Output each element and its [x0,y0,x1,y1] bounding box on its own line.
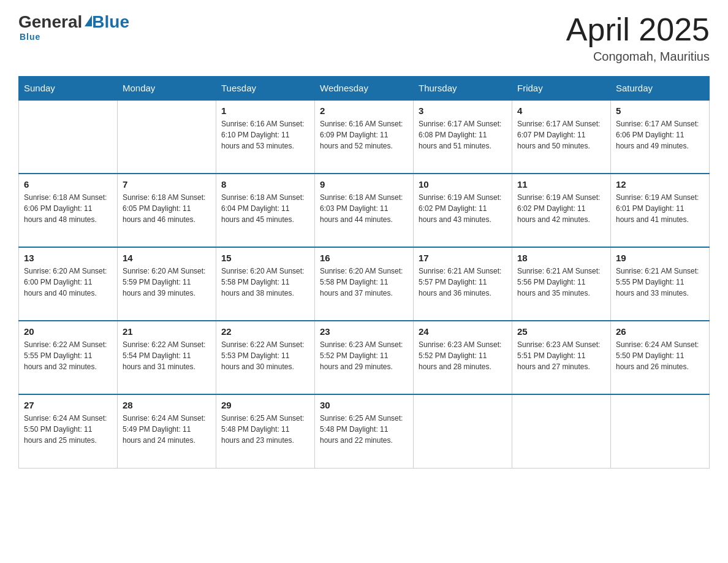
calendar-cell: 24Sunrise: 6:23 AM Sunset: 5:52 PM Dayli… [414,321,512,394]
day-number: 27 [24,400,112,410]
day-info: Sunrise: 6:17 AM Sunset: 6:07 PM Dayligh… [517,118,605,151]
day-number: 23 [320,326,408,337]
calendar-cell: 17Sunrise: 6:21 AM Sunset: 5:57 PM Dayli… [414,247,512,321]
day-info: Sunrise: 6:23 AM Sunset: 5:51 PM Dayligh… [517,339,605,372]
day-info: Sunrise: 6:16 AM Sunset: 6:09 PM Dayligh… [320,118,408,151]
day-number: 26 [616,326,704,337]
day-info: Sunrise: 6:25 AM Sunset: 5:48 PM Dayligh… [221,413,309,446]
day-info: Sunrise: 6:20 AM Sunset: 5:58 PM Dayligh… [320,266,408,299]
day-number: 9 [320,179,408,190]
day-info: Sunrise: 6:22 AM Sunset: 5:55 PM Dayligh… [24,339,112,372]
day-number: 18 [517,253,605,263]
day-number: 8 [221,179,309,190]
day-info: Sunrise: 6:18 AM Sunset: 6:04 PM Dayligh… [221,192,309,225]
day-info: Sunrise: 6:20 AM Sunset: 5:58 PM Dayligh… [221,266,309,299]
calendar-body: 1Sunrise: 6:16 AM Sunset: 6:10 PM Daylig… [19,100,710,468]
day-info: Sunrise: 6:23 AM Sunset: 5:52 PM Dayligh… [419,339,507,372]
logo-triangle-icon [85,15,92,26]
logo-text: General Blue [18,12,129,32]
day-info: Sunrise: 6:16 AM Sunset: 6:10 PM Dayligh… [221,118,309,151]
day-number: 12 [616,179,704,190]
calendar-header: Sunday Monday Tuesday Wednesday Thursday… [19,77,710,101]
calendar-title: April 2025 [566,12,710,47]
calendar-week-4: 20Sunrise: 6:22 AM Sunset: 5:55 PM Dayli… [19,321,710,394]
calendar-cell: 23Sunrise: 6:23 AM Sunset: 5:52 PM Dayli… [315,321,414,394]
day-info: Sunrise: 6:24 AM Sunset: 5:50 PM Dayligh… [616,339,704,372]
calendar-cell [19,100,118,174]
calendar-cell [414,394,512,468]
day-number: 24 [419,326,507,337]
calendar-week-3: 13Sunrise: 6:20 AM Sunset: 6:00 PM Dayli… [19,247,710,321]
calendar-cell: 1Sunrise: 6:16 AM Sunset: 6:10 PM Daylig… [216,100,315,174]
calendar-cell: 10Sunrise: 6:19 AM Sunset: 6:02 PM Dayli… [414,174,512,247]
calendar-cell: 3Sunrise: 6:17 AM Sunset: 6:08 PM Daylig… [414,100,512,174]
calendar-cell: 5Sunrise: 6:17 AM Sunset: 6:06 PM Daylig… [611,100,710,174]
logo: General Blue Blue [18,12,129,42]
calendar-cell: 21Sunrise: 6:22 AM Sunset: 5:54 PM Dayli… [118,321,216,394]
day-info: Sunrise: 6:18 AM Sunset: 6:06 PM Dayligh… [24,192,112,225]
day-number: 19 [616,253,704,263]
day-number: 4 [517,105,605,116]
day-number: 22 [221,326,309,337]
day-number: 25 [517,326,605,337]
day-info: Sunrise: 6:19 AM Sunset: 6:02 PM Dayligh… [517,192,605,225]
day-number: 15 [221,253,309,263]
calendar-cell: 6Sunrise: 6:18 AM Sunset: 6:06 PM Daylig… [19,174,118,247]
logo-blue: Blue [92,12,129,32]
calendar-cell [118,100,216,174]
day-number: 7 [123,179,211,190]
day-number: 17 [419,253,507,263]
calendar-cell: 25Sunrise: 6:23 AM Sunset: 5:51 PM Dayli… [512,321,611,394]
day-info: Sunrise: 6:23 AM Sunset: 5:52 PM Dayligh… [320,339,408,372]
day-number: 5 [616,105,704,116]
header-wednesday: Wednesday [315,77,414,101]
day-number: 29 [221,400,309,410]
calendar-cell: 16Sunrise: 6:20 AM Sunset: 5:58 PM Dayli… [315,247,414,321]
day-info: Sunrise: 6:19 AM Sunset: 6:01 PM Dayligh… [616,192,704,225]
day-info: Sunrise: 6:25 AM Sunset: 5:48 PM Dayligh… [320,413,408,446]
header-sunday: Sunday [19,77,118,101]
header-thursday: Thursday [414,77,512,101]
calendar-cell: 20Sunrise: 6:22 AM Sunset: 5:55 PM Dayli… [19,321,118,394]
header-monday: Monday [118,77,216,101]
weekday-header-row: Sunday Monday Tuesday Wednesday Thursday… [19,77,710,101]
calendar-cell: 7Sunrise: 6:18 AM Sunset: 6:05 PM Daylig… [118,174,216,247]
logo-general: General [18,12,82,32]
location-label: Congomah, Mauritius [566,50,710,64]
day-info: Sunrise: 6:18 AM Sunset: 6:05 PM Dayligh… [123,192,211,225]
day-number: 16 [320,253,408,263]
day-number: 10 [419,179,507,190]
day-number: 30 [320,400,408,410]
calendar-cell: 18Sunrise: 6:21 AM Sunset: 5:56 PM Dayli… [512,247,611,321]
day-info: Sunrise: 6:22 AM Sunset: 5:53 PM Dayligh… [221,339,309,372]
calendar-cell: 9Sunrise: 6:18 AM Sunset: 6:03 PM Daylig… [315,174,414,247]
calendar-cell: 2Sunrise: 6:16 AM Sunset: 6:09 PM Daylig… [315,100,414,174]
calendar-cell: 11Sunrise: 6:19 AM Sunset: 6:02 PM Dayli… [512,174,611,247]
calendar-cell: 4Sunrise: 6:17 AM Sunset: 6:07 PM Daylig… [512,100,611,174]
calendar-cell: 26Sunrise: 6:24 AM Sunset: 5:50 PM Dayli… [611,321,710,394]
title-block: April 2025 Congomah, Mauritius [566,12,710,64]
calendar-cell: 12Sunrise: 6:19 AM Sunset: 6:01 PM Dayli… [611,174,710,247]
day-info: Sunrise: 6:19 AM Sunset: 6:02 PM Dayligh… [419,192,507,225]
calendar-cell [611,394,710,468]
day-number: 21 [123,326,211,337]
calendar-cell: 14Sunrise: 6:20 AM Sunset: 5:59 PM Dayli… [118,247,216,321]
calendar-cell: 29Sunrise: 6:25 AM Sunset: 5:48 PM Dayli… [216,394,315,468]
day-number: 11 [517,179,605,190]
calendar-cell: 22Sunrise: 6:22 AM Sunset: 5:53 PM Dayli… [216,321,315,394]
day-info: Sunrise: 6:20 AM Sunset: 6:00 PM Dayligh… [24,266,112,299]
day-info: Sunrise: 6:17 AM Sunset: 6:06 PM Dayligh… [616,118,704,151]
day-info: Sunrise: 6:21 AM Sunset: 5:55 PM Dayligh… [616,266,704,299]
day-info: Sunrise: 6:18 AM Sunset: 6:03 PM Dayligh… [320,192,408,225]
calendar-table: Sunday Monday Tuesday Wednesday Thursday… [18,76,710,469]
day-info: Sunrise: 6:22 AM Sunset: 5:54 PM Dayligh… [123,339,211,372]
day-info: Sunrise: 6:17 AM Sunset: 6:08 PM Dayligh… [419,118,507,151]
header-saturday: Saturday [611,77,710,101]
day-info: Sunrise: 6:24 AM Sunset: 5:50 PM Dayligh… [24,413,112,446]
header-tuesday: Tuesday [216,77,315,101]
calendar-cell: 15Sunrise: 6:20 AM Sunset: 5:58 PM Dayli… [216,247,315,321]
calendar-cell [512,394,611,468]
calendar-week-5: 27Sunrise: 6:24 AM Sunset: 5:50 PM Dayli… [19,394,710,468]
calendar-cell: 27Sunrise: 6:24 AM Sunset: 5:50 PM Dayli… [19,394,118,468]
header-friday: Friday [512,77,611,101]
